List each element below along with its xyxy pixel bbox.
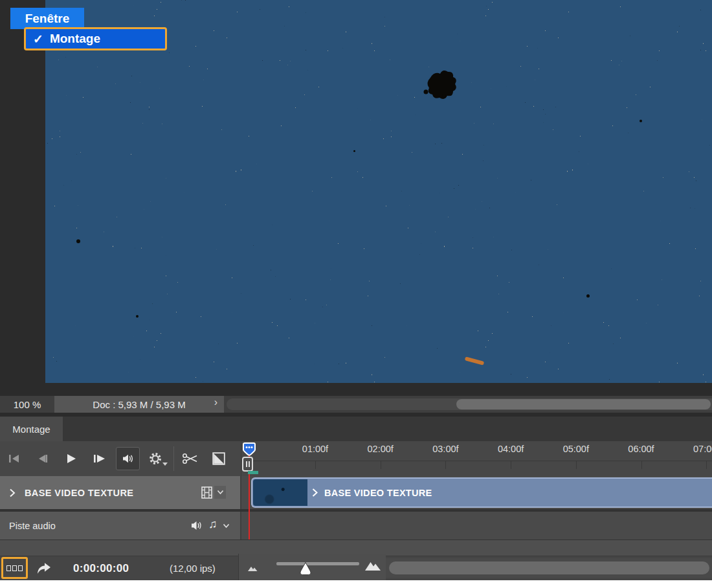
ink-dot — [640, 120, 642, 122]
ink-dot — [353, 150, 355, 152]
audio-track-lane — [241, 512, 712, 539]
frame-rate: (12,00 ips) — [170, 556, 216, 580]
playhead[interactable] — [242, 442, 256, 460]
speaker-icon — [122, 453, 135, 464]
ruler-tick — [641, 461, 642, 469]
play-button[interactable] — [62, 441, 80, 476]
video-track-menu-button[interactable] — [214, 486, 226, 499]
zoom-level-value: 100 % — [14, 399, 41, 410]
work-area-grip-bar — [246, 461, 247, 467]
ink-dot — [586, 294, 590, 298]
audio-track-menu-button[interactable] — [223, 523, 230, 528]
photoshop-window: 100 % Doc : 5,93 M / 5,93 M › Montage — [0, 0, 712, 580]
split-at-playhead-button[interactable] — [179, 441, 202, 476]
ink-dot — [136, 315, 139, 318]
timeline-controls-row: 01:00f02:00f03:00f04:00f05:00f06:00f07:0… — [0, 441, 712, 476]
filmstrip-icon — [201, 486, 212, 499]
canvas-texture — [45, 0, 712, 383]
play-icon — [65, 453, 77, 464]
playhead-icon — [242, 442, 256, 457]
tab-montage[interactable]: Montage — [0, 417, 63, 441]
gear-icon — [148, 451, 163, 466]
check-icon: ✓ — [33, 32, 43, 47]
ruler-tick — [315, 461, 316, 469]
audio-track-row: Piste audio ♫ — [0, 512, 712, 539]
document-canvas[interactable] — [45, 0, 712, 383]
ink-dot — [76, 239, 80, 243]
canvas-hscrollbar-thumb[interactable] — [456, 399, 711, 409]
mute-audio-button[interactable] — [116, 447, 140, 470]
clip-label: BASE VIDEO TEXTURE — [324, 488, 432, 498]
video-track-header[interactable]: BASE VIDEO TEXTURE — [0, 476, 241, 509]
current-timecode: 0:00:00:00 — [73, 556, 129, 580]
transition-icon — [212, 452, 225, 465]
gear-dropdown-caret-icon — [162, 463, 168, 466]
timeline-scrollbar-thumb[interactable] — [389, 561, 709, 574]
transition-button[interactable] — [207, 441, 230, 476]
ruler-label: 06:00f — [628, 444, 654, 454]
video-track-row: BASE VIDEO TEXTURE BASE VIDEO TEXTU — [0, 476, 712, 509]
ruler-label: 02:00f — [368, 444, 394, 454]
music-note-icon: ♫ — [208, 517, 217, 531]
next-frame-icon — [93, 453, 107, 464]
frames-icon — [6, 565, 11, 571]
ruler-label: 03:00f — [432, 444, 458, 454]
first-frame-icon — [8, 453, 21, 464]
ruler-label: 05:00f — [563, 444, 589, 454]
ruler-tick — [576, 461, 577, 469]
tab-montage-label: Montage — [12, 424, 50, 435]
playback-controls — [0, 441, 241, 476]
ruler-label: 01:00f — [302, 444, 328, 454]
panel-tab-bar: Montage — [0, 417, 712, 441]
timeline-zoom-slider-track[interactable] — [276, 562, 359, 565]
clip-thumbnail — [253, 479, 307, 506]
work-area-marker — [248, 471, 258, 474]
zoom-level-field[interactable]: 100 % — [0, 396, 54, 413]
menu-fenetre-label: Fenêtre — [25, 12, 70, 26]
ruler-tick — [381, 461, 381, 469]
render-video-button[interactable] — [36, 561, 52, 577]
ruler-tick — [445, 461, 446, 469]
timeline-ruler[interactable]: 01:00f02:00f03:00f04:00f05:00f06:00f07:0… — [241, 441, 712, 476]
canvas-hscrollbar-track[interactable] — [227, 398, 712, 410]
timeline-zoom-controls — [238, 554, 386, 580]
chevron-down-icon — [217, 490, 224, 495]
zoom-in-mountain-icon[interactable] — [364, 560, 382, 572]
convert-to-frame-animation-button[interactable] — [1, 557, 28, 579]
clip-expand-chevron-icon[interactable] — [312, 488, 318, 497]
frames-icon — [12, 565, 17, 571]
track-expand-chevron-icon[interactable] — [9, 488, 16, 497]
timeline-zoom-slider-thumb[interactable] — [298, 561, 313, 576]
ruler-label: 07:00f — [693, 444, 712, 454]
first-frame-button[interactable] — [5, 441, 23, 476]
scissors-icon — [182, 453, 199, 464]
previous-frame-button[interactable] — [33, 441, 51, 476]
timeline-settings-button[interactable] — [146, 441, 164, 476]
video-track-lane: BASE VIDEO TEXTURE — [241, 476, 712, 509]
zoom-out-mountain-icon[interactable] — [247, 563, 259, 572]
ruler-tick — [706, 461, 707, 469]
ruler-label: 04:00f — [498, 444, 524, 454]
curved-arrow-icon — [36, 561, 52, 575]
menu-item-montage[interactable]: ✓ Montage — [24, 27, 167, 50]
menu-item-montage-label: Montage — [50, 32, 100, 46]
status-bar: 100 % Doc : 5,93 M / 5,93 M › — [0, 396, 712, 413]
video-clip[interactable]: BASE VIDEO TEXTURE — [251, 477, 712, 508]
doc-info-cell[interactable]: Doc : 5,93 M / 5,93 M › — [54, 396, 224, 413]
work-area-grip-bar — [249, 461, 250, 467]
frames-icon — [18, 565, 23, 571]
doc-info-chevron-icon[interactable]: › — [214, 397, 217, 408]
doc-info-text: Doc : 5,93 M / 5,93 M — [93, 399, 185, 410]
clip-label-group: BASE VIDEO TEXTURE — [312, 479, 432, 506]
timeline-footer-bar: 0:00:00:00 (12,00 ips) — [0, 556, 712, 580]
audio-track-name: Piste audio — [9, 521, 56, 531]
timeline-scrollbar-track[interactable] — [386, 558, 712, 578]
next-frame-button[interactable] — [90, 441, 109, 476]
menu-fenetre[interactable]: Fenêtre — [10, 8, 84, 29]
audio-speaker-icon[interactable] — [190, 520, 205, 531]
controls-divider — [173, 446, 174, 471]
ruler-tick — [511, 461, 511, 469]
audio-track-header[interactable]: Piste audio ♫ — [0, 512, 241, 539]
previous-frame-icon — [36, 453, 49, 464]
video-track-name: BASE VIDEO TEXTURE — [25, 488, 133, 498]
